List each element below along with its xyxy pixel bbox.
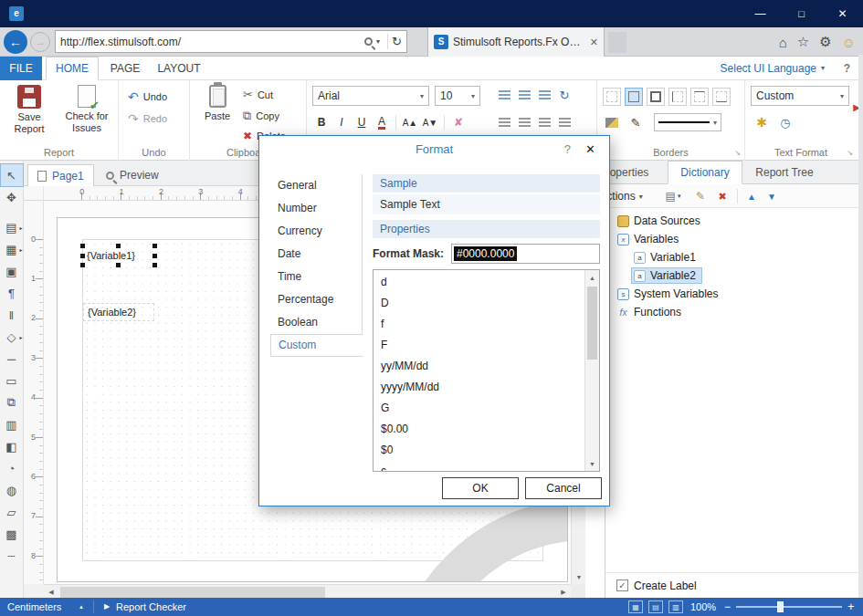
format-option[interactable]: f bbox=[374, 314, 584, 335]
cancel-button[interactable]: Cancel bbox=[525, 477, 602, 499]
move-up-button[interactable]: ▲ bbox=[742, 187, 761, 205]
format-category[interactable]: Boolean bbox=[270, 311, 362, 334]
new-tab-button[interactable] bbox=[608, 32, 626, 53]
toolbox-tool[interactable]: ┄ bbox=[1, 545, 23, 567]
maximize-button[interactable]: □ bbox=[781, 0, 822, 27]
clear-format-button[interactable]: ✘ bbox=[449, 113, 468, 131]
cut-button[interactable]: ✂ Cut bbox=[243, 88, 273, 101]
italic-button[interactable]: I bbox=[332, 113, 351, 131]
tab-page1[interactable]: Page1 bbox=[27, 164, 94, 186]
underline-button[interactable]: U bbox=[353, 113, 371, 131]
zoom-slider-thumb[interactable] bbox=[777, 601, 784, 612]
view-mode-icon[interactable]: ▦ bbox=[628, 600, 643, 613]
tab-preview[interactable]: Preview bbox=[97, 164, 168, 186]
toolbox-tool[interactable]: ⧉ bbox=[1, 392, 23, 413]
toolbox-tool[interactable]: ◇ ▸ bbox=[1, 326, 23, 348]
border-all-button[interactable] bbox=[625, 88, 643, 106]
align-top-button[interactable] bbox=[495, 86, 513, 104]
format-option[interactable]: $0.00 bbox=[374, 419, 584, 440]
listbox-scrollbar[interactable]: ▲ ▼ bbox=[584, 270, 599, 471]
search-icon[interactable] bbox=[364, 37, 373, 46]
selection-handle[interactable] bbox=[153, 263, 157, 267]
home-icon[interactable]: ⌂ bbox=[779, 35, 787, 50]
zoom-slider-track[interactable] bbox=[736, 606, 842, 608]
format-option[interactable]: c bbox=[374, 461, 584, 472]
close-button[interactable]: ✕ bbox=[822, 0, 863, 27]
horizontal-scroll-thumb[interactable] bbox=[60, 587, 325, 598]
toolbox-tool[interactable]: ▣ bbox=[1, 260, 23, 282]
minimize-button[interactable]: — bbox=[740, 0, 781, 27]
address-dropdown-caret-icon[interactable]: ▾ bbox=[376, 37, 380, 46]
tab-close-icon[interactable]: ✕ bbox=[590, 37, 598, 48]
font-size-combo[interactable]: 10 ▾ bbox=[435, 86, 480, 106]
zoom-in-button[interactable]: + bbox=[847, 598, 855, 616]
tab-home[interactable]: HOME bbox=[46, 57, 99, 80]
toolbox-tool[interactable]: ▤ ▸ bbox=[1, 216, 23, 238]
tree-item[interactable]: Data Sources bbox=[605, 212, 858, 230]
tree-item[interactable]: s System Variables bbox=[605, 285, 858, 303]
forward-button[interactable]: → bbox=[30, 32, 50, 52]
favorites-star-icon[interactable]: ☆ bbox=[797, 34, 809, 50]
help-button[interactable]: ? bbox=[844, 57, 850, 80]
tab-page[interactable]: PAGE bbox=[102, 57, 148, 80]
border-top-button[interactable] bbox=[690, 88, 709, 106]
format-option[interactable]: yyyy/MM/dd bbox=[374, 377, 584, 398]
toolbox-tool[interactable]: ▦ ▸ bbox=[1, 238, 23, 260]
new-item-button[interactable]: ▤ ▾ bbox=[660, 187, 686, 205]
toolbox-tool[interactable]: ▥ bbox=[1, 413, 23, 435]
ui-language-selector[interactable]: Select UI Language ▾ bbox=[721, 57, 825, 80]
copy-button[interactable]: ⧉ Copy bbox=[243, 109, 279, 123]
text-format-combo[interactable]: Custom ▾ bbox=[751, 86, 849, 106]
report-checker-button[interactable]: Report Checker bbox=[116, 598, 186, 616]
tree-item[interactable]: a Variable2 bbox=[605, 266, 858, 285]
format-category[interactable]: Number bbox=[270, 197, 362, 220]
toolbox-tool[interactable]: ▭ bbox=[1, 370, 23, 392]
delete-item-button[interactable]: ✖ bbox=[713, 187, 731, 205]
undo-button[interactable]: ↶ Undo bbox=[128, 89, 167, 104]
tab-report-tree[interactable]: Report Tree bbox=[744, 161, 825, 184]
format-time-button[interactable]: ◷ bbox=[776, 113, 795, 131]
format-category[interactable]: Time bbox=[270, 266, 362, 288]
border-left-button[interactable] bbox=[668, 88, 687, 106]
format-category[interactable]: Currency bbox=[270, 220, 362, 243]
shrink-font-button[interactable]: A▼ bbox=[421, 113, 439, 131]
zoom-out-button[interactable]: − bbox=[724, 598, 731, 616]
tree-item[interactable]: fx Functions bbox=[605, 303, 858, 321]
align-left-button[interactable] bbox=[495, 113, 513, 131]
scroll-up-icon[interactable]: ▲ bbox=[585, 270, 599, 285]
toolbox-tool[interactable]: ─ bbox=[1, 348, 23, 370]
toolbox-tool[interactable]: ◍ bbox=[1, 479, 23, 501]
format-options-listbox[interactable]: dDfFyy/MM/ddyyyy/MM/ddG$0.00$0c ▲ ▼ bbox=[373, 269, 600, 472]
border-outside-button[interactable] bbox=[647, 88, 665, 106]
feedback-smiley-icon[interactable]: ☺ bbox=[842, 35, 856, 50]
format-mask-input[interactable]: #0000.0000 bbox=[451, 244, 600, 264]
toolbox-tool[interactable]: ‖ bbox=[1, 304, 23, 326]
bold-button[interactable]: B bbox=[312, 113, 331, 131]
check-for-issues-button[interactable]: ✔ Check for Issues bbox=[58, 85, 115, 134]
text-component-variable2[interactable]: {Variable2} bbox=[83, 303, 154, 321]
text-component-variable1[interactable]: {Variable1} bbox=[83, 246, 154, 265]
toolbox-tool[interactable]: ▩ bbox=[1, 523, 23, 545]
selection-handle[interactable] bbox=[116, 263, 121, 267]
format-option[interactable]: F bbox=[374, 335, 584, 356]
toolbox-tool[interactable]: ¶ bbox=[1, 282, 23, 304]
font-name-combo[interactable]: Arial ▾ bbox=[312, 86, 429, 106]
url-input[interactable] bbox=[60, 36, 364, 48]
view-mode-icon[interactable]: ▤ bbox=[648, 600, 663, 613]
scroll-down-icon[interactable]: ▼ bbox=[585, 456, 599, 471]
selection-handle[interactable] bbox=[153, 244, 157, 248]
border-line-style-combo[interactable]: ▾ bbox=[654, 113, 721, 131]
redo-button[interactable]: ↷ Redo bbox=[128, 111, 167, 126]
move-down-button[interactable]: ▼ bbox=[763, 187, 781, 205]
settings-gear-icon[interactable]: ⚙ bbox=[819, 34, 831, 50]
format-option[interactable]: D bbox=[374, 293, 584, 314]
tree-item[interactable]: x Variables bbox=[605, 230, 858, 248]
text-format-dialog-launcher-icon[interactable]: ↘ bbox=[847, 149, 853, 157]
align-justify-button[interactable] bbox=[555, 113, 574, 131]
grow-font-button[interactable]: A▲ bbox=[401, 113, 419, 131]
dialog-close-icon[interactable]: ✕ bbox=[585, 136, 595, 163]
toolbox-tool[interactable]: ◧ bbox=[1, 435, 23, 457]
align-right-button[interactable] bbox=[535, 113, 553, 131]
tree-item[interactable]: a Variable1 bbox=[605, 248, 858, 266]
selection-handle[interactable] bbox=[116, 244, 121, 248]
